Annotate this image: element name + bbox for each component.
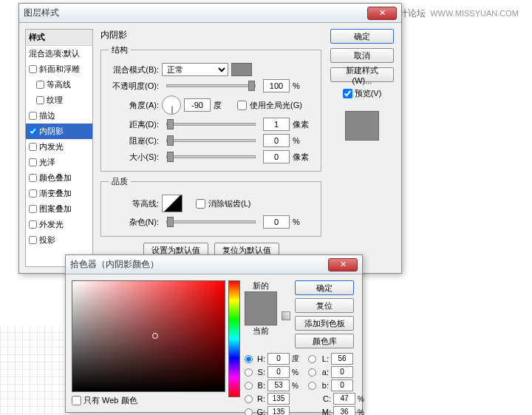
size-unit: 像素	[293, 152, 313, 163]
cp-reset-button[interactable]: 复位	[295, 298, 354, 313]
size-slider[interactable]	[166, 155, 256, 158]
lb-radio[interactable]	[308, 382, 316, 390]
size-label: 大小(S):	[109, 152, 159, 163]
bevel-checkbox[interactable]	[29, 65, 37, 73]
l-radio[interactable]	[308, 355, 316, 363]
global-light-checkbox[interactable]	[237, 101, 247, 110]
noise-value[interactable]: 0	[263, 215, 290, 229]
antialias-checkbox[interactable]	[196, 199, 205, 209]
color-overlay-checkbox[interactable]	[29, 174, 37, 182]
add-swatch-button[interactable]: 添加到色板	[295, 316, 354, 331]
angle-value[interactable]: -90	[184, 98, 211, 112]
style-list-header: 样式	[26, 30, 92, 46]
distance-slider[interactable]	[166, 123, 256, 126]
style-item-blend[interactable]: 混合选项:默认	[26, 46, 92, 61]
antialias-label: 消除锯齿(L)	[208, 198, 250, 209]
a-radio[interactable]	[308, 368, 316, 377]
new-label: 新的	[253, 280, 269, 291]
satin-checkbox[interactable]	[29, 158, 37, 166]
s-radio[interactable]	[245, 368, 253, 377]
opacity-value[interactable]: 100	[263, 79, 290, 92]
b-radio[interactable]	[245, 382, 253, 390]
new-current-swatch[interactable]	[245, 291, 277, 325]
opacity-slider[interactable]	[166, 84, 256, 87]
style-item-contour[interactable]: 等高线	[26, 77, 92, 92]
watermark-url: WWW.MISSYUAN.COM	[430, 9, 519, 18]
opacity-label: 不透明度(O):	[109, 81, 159, 92]
r-value[interactable]: 135	[267, 393, 290, 405]
color-picker-window: 拾色器（内阴影颜色） ✕ 只有 Web 颜色 新的 当前 确定 复位	[65, 254, 363, 413]
h-radio[interactable]	[245, 355, 253, 363]
style-item-pattern-overlay[interactable]: 图案叠加	[26, 201, 92, 217]
layer-style-title: 图层样式	[24, 7, 367, 19]
preview-checkbox[interactable]	[343, 89, 352, 98]
cp-ok-button[interactable]: 确定	[295, 280, 354, 295]
panel-title: 内阴影	[100, 29, 321, 41]
distance-unit: 像素	[293, 119, 313, 130]
choke-value[interactable]: 0	[263, 134, 290, 147]
style-item-inner-shadow[interactable]: 内阴影	[26, 124, 92, 139]
style-item-outer-glow[interactable]: 外发光	[26, 217, 92, 232]
c-value[interactable]: 47	[333, 393, 355, 405]
inner-shadow-checkbox[interactable]	[29, 127, 37, 135]
pattern-overlay-checkbox[interactable]	[29, 205, 37, 213]
lb-value[interactable]: 0	[331, 379, 353, 391]
quality-legend: 品质	[109, 176, 131, 187]
color-picker-titlebar[interactable]: 拾色器（内阴影颜色） ✕	[66, 255, 362, 274]
noise-slider[interactable]	[166, 220, 256, 223]
a-value[interactable]: 0	[331, 366, 353, 378]
cube-icon[interactable]	[282, 311, 290, 320]
g-value[interactable]: 135	[267, 406, 290, 415]
size-value[interactable]: 0	[263, 150, 290, 163]
noise-label: 杂色(N):	[109, 217, 159, 228]
color-picker-title: 拾色器（内阴影颜色）	[70, 258, 328, 271]
style-item-inner-glow[interactable]: 内发光	[26, 139, 92, 155]
b-value[interactable]: 53	[267, 379, 290, 391]
ok-button[interactable]: 确定	[330, 29, 394, 44]
angle-unit: 度	[214, 100, 234, 111]
choke-slider[interactable]	[166, 139, 256, 142]
layer-style-titlebar[interactable]: 图层样式 ✕	[19, 4, 401, 23]
style-item-satin[interactable]: 光泽	[26, 155, 92, 170]
style-item-drop-shadow[interactable]: 投影	[26, 232, 92, 248]
cancel-button[interactable]: 取消	[330, 48, 394, 63]
style-item-texture[interactable]: 纹理	[26, 92, 92, 108]
color-lib-button[interactable]: 颜色库	[295, 334, 354, 348]
choke-label: 阻塞(C):	[109, 135, 159, 146]
contour-picker[interactable]	[162, 195, 183, 212]
web-only-label: 只有 Web 颜色	[83, 395, 137, 406]
l-value[interactable]: 56	[331, 353, 353, 365]
h-value[interactable]: 0	[267, 353, 290, 365]
r-radio[interactable]	[245, 395, 253, 403]
outer-glow-checkbox[interactable]	[29, 220, 37, 229]
style-item-color-overlay[interactable]: 颜色叠加	[26, 170, 92, 186]
drop-shadow-checkbox[interactable]	[29, 236, 37, 244]
preview-swatch	[345, 111, 379, 141]
gradient-overlay-checkbox[interactable]	[29, 189, 37, 198]
close-icon[interactable]: ✕	[367, 7, 397, 20]
web-only-checkbox[interactable]	[72, 396, 81, 405]
angle-dial[interactable]	[162, 95, 181, 115]
texture-checkbox[interactable]	[36, 96, 44, 104]
g-radio[interactable]	[245, 408, 253, 416]
choke-unit: %	[293, 136, 313, 145]
stroke-checkbox[interactable]	[29, 112, 37, 120]
structure-fieldset: 结构 混合模式(B): 正常 不透明度(O): 100 % 角度(A): -90…	[100, 44, 321, 172]
inner-glow-checkbox[interactable]	[29, 143, 37, 151]
current-label: 当前	[253, 325, 269, 337]
distance-value[interactable]: 1	[263, 118, 290, 131]
style-item-gradient-overlay[interactable]: 渐变叠加	[26, 186, 92, 201]
saturation-field[interactable]	[72, 280, 225, 392]
opacity-unit: %	[293, 81, 313, 90]
style-item-bevel[interactable]: 斜面和浮雕	[26, 61, 92, 77]
contour-label: 等高线:	[109, 198, 159, 209]
color-swatch[interactable]	[231, 63, 252, 76]
hue-strip[interactable]	[228, 280, 240, 397]
m-value[interactable]: 36	[333, 406, 355, 415]
close-icon[interactable]: ✕	[328, 258, 358, 271]
s-value[interactable]: 0	[267, 366, 290, 378]
style-item-stroke[interactable]: 描边	[26, 108, 92, 124]
blend-mode-select[interactable]: 正常	[162, 63, 228, 76]
new-style-button[interactable]: 新建样式(W)...	[330, 67, 394, 82]
contour-checkbox[interactable]	[36, 81, 44, 89]
